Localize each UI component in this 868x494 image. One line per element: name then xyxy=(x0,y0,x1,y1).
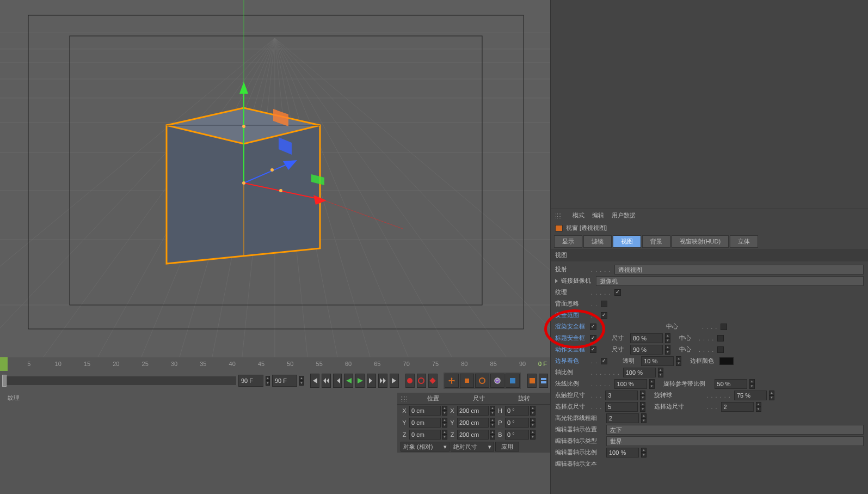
select-edge-field[interactable] xyxy=(721,402,754,412)
tick-65[interactable]: 65 xyxy=(362,357,392,367)
tick-15[interactable]: 15 xyxy=(72,357,102,367)
autokey-button[interactable] xyxy=(417,374,426,388)
pos-x-field[interactable] xyxy=(409,406,441,416)
timeline-ruler[interactable]: 051015202530354045505560657075808590 0 F xyxy=(0,357,550,371)
menu-mode[interactable]: 模式 xyxy=(572,211,584,219)
play-back-button[interactable] xyxy=(344,374,353,388)
tick-35[interactable]: 35 xyxy=(188,357,218,367)
border-color-swatch[interactable] xyxy=(719,357,734,365)
action-safe-checkbox[interactable] xyxy=(590,346,596,353)
camera-link-field[interactable]: 摄像机 xyxy=(596,276,864,286)
menu-edit[interactable]: 编辑 xyxy=(592,211,604,219)
keyframe-sel-button[interactable] xyxy=(428,374,438,388)
pos-z-field[interactable] xyxy=(409,430,441,440)
tick-90[interactable]: 90 xyxy=(507,357,538,367)
backface-checkbox[interactable] xyxy=(601,301,607,307)
tab-stereo[interactable]: 立体 xyxy=(730,235,758,248)
scale-tool-button[interactable] xyxy=(460,374,474,388)
render-safe-checkbox[interactable] xyxy=(590,324,596,330)
play-button[interactable] xyxy=(355,374,365,388)
param-button[interactable]: P xyxy=(490,374,504,388)
apply-button[interactable]: 应用 xyxy=(495,442,519,452)
border-checkbox[interactable] xyxy=(601,358,607,364)
render-center-checkbox[interactable] xyxy=(721,324,727,330)
rot-band-field[interactable] xyxy=(715,379,747,389)
timeline-handle[interactable] xyxy=(2,375,7,387)
tick-40[interactable]: 40 xyxy=(217,357,248,367)
mode-absolute-dropdown[interactable]: 绝对尺寸▾ xyxy=(451,442,494,452)
start-frame-field[interactable] xyxy=(238,375,263,387)
axis-scale-field[interactable] xyxy=(623,368,656,377)
tick-60[interactable]: 60 xyxy=(333,357,364,367)
tick-80[interactable]: 80 xyxy=(449,357,479,367)
drag-dots-icon[interactable] xyxy=(401,395,407,402)
title-safe-size-field[interactable] xyxy=(630,333,663,343)
title-center-checkbox[interactable] xyxy=(717,335,724,341)
current-frame-text: 0 F xyxy=(538,361,547,367)
viewport-canvas[interactable] xyxy=(0,0,550,357)
drag-dots-icon[interactable] xyxy=(555,212,562,219)
pos-y-field[interactable] xyxy=(409,418,441,428)
timeline-slider[interactable] xyxy=(2,376,236,385)
tick-70[interactable]: 70 xyxy=(391,357,422,367)
rot-b-field[interactable] xyxy=(505,430,529,440)
tab-background[interactable]: 背景 xyxy=(642,235,670,248)
option-a-button[interactable] xyxy=(527,374,537,388)
tick-25[interactable]: 25 xyxy=(130,357,161,367)
move-tool-button[interactable] xyxy=(445,374,459,388)
action-center-checkbox[interactable] xyxy=(717,346,724,353)
menu-userdata[interactable]: 用户数据 xyxy=(612,211,636,219)
tick-45[interactable]: 45 xyxy=(246,357,276,367)
end-frame-field[interactable] xyxy=(272,375,297,387)
safe-range-checkbox[interactable] xyxy=(601,312,607,319)
timeline-playhead[interactable] xyxy=(0,357,8,371)
size-z-field[interactable] xyxy=(457,430,489,440)
normal-scale-field[interactable] xyxy=(614,379,647,389)
size-y-field[interactable] xyxy=(457,418,489,428)
action-safe-size-field[interactable] xyxy=(630,345,663,355)
end-spin[interactable]: ▲▼ xyxy=(299,376,304,386)
rot-ball-field[interactable] xyxy=(734,391,767,400)
goto-start-button[interactable] xyxy=(310,374,319,388)
touch-size-field[interactable] xyxy=(605,391,638,400)
select-point-field[interactable] xyxy=(605,402,638,412)
rotate-tool-button[interactable] xyxy=(475,374,489,388)
size-x-field[interactable] xyxy=(457,406,489,416)
tick-75[interactable]: 75 xyxy=(420,357,451,367)
mode-relative-dropdown[interactable]: 对象 (相对)▾ xyxy=(401,442,450,452)
tick-30[interactable]: 30 xyxy=(159,357,189,367)
projection-dropdown[interactable]: 透视视图 xyxy=(614,265,864,275)
editor-scale-field[interactable] xyxy=(606,448,639,458)
tick-85[interactable]: 85 xyxy=(478,357,509,367)
tick-50[interactable]: 50 xyxy=(275,357,305,367)
step-fwd-button[interactable] xyxy=(367,374,376,388)
step-back-button[interactable] xyxy=(333,374,342,388)
tab-filter[interactable]: 滤镜 xyxy=(583,235,612,248)
tick-55[interactable]: 55 xyxy=(304,357,335,367)
tab-hud[interactable]: 视窗映射(HUD) xyxy=(672,235,729,248)
editor-type-dropdown[interactable]: 世界 xyxy=(606,436,864,446)
next-key-button[interactable] xyxy=(378,374,387,388)
rot-p-field[interactable] xyxy=(505,418,529,428)
start-spin[interactable]: ▲▼ xyxy=(266,376,270,386)
border-opacity-field[interactable] xyxy=(641,356,674,366)
svg-text:P: P xyxy=(496,377,500,383)
tab-display[interactable]: 显示 xyxy=(554,235,582,248)
transport-bar: ▲▼ ▲▼ P xyxy=(0,371,550,391)
option-b-button[interactable] xyxy=(539,374,548,388)
viewport-3d[interactable] xyxy=(0,0,550,357)
title-safe-checkbox[interactable] xyxy=(590,335,596,341)
expand-icon[interactable] xyxy=(555,279,558,283)
highlight-field[interactable] xyxy=(606,413,639,423)
goto-end-button[interactable] xyxy=(390,374,399,388)
pla-button[interactable] xyxy=(506,374,520,388)
tab-view[interactable]: 视图 xyxy=(613,235,641,248)
texture-checkbox[interactable] xyxy=(614,289,621,296)
editor-pos-dropdown[interactable]: 左下 xyxy=(606,425,864,435)
record-button[interactable] xyxy=(405,374,415,388)
tick-10[interactable]: 10 xyxy=(43,357,73,367)
prev-key-button[interactable] xyxy=(322,374,331,388)
tick-5[interactable]: 5 xyxy=(14,357,44,367)
tick-20[interactable]: 20 xyxy=(101,357,131,367)
rot-h-field[interactable] xyxy=(505,406,529,416)
